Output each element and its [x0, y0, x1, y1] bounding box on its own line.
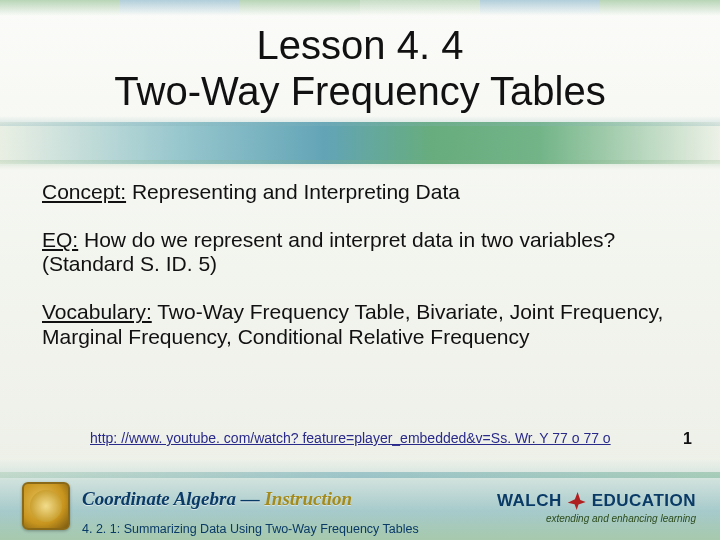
brand-accent: Instruction: [264, 488, 352, 509]
concept-line: Concept: Representing and Interpreting D…: [42, 180, 678, 204]
concept-label: Concept:: [42, 180, 126, 203]
slide-content: Concept: Representing and Interpreting D…: [42, 180, 678, 373]
walch-block: WALCH EDUCATION extending and enhancing …: [497, 491, 696, 524]
top-decoration: [0, 0, 720, 16]
vocab-label: Vocabulary:: [42, 300, 152, 323]
brand-main: Coordinate Algebra: [82, 488, 236, 509]
concept-text: Representing and Interpreting Data: [126, 180, 460, 203]
walch-edu: EDUCATION: [592, 491, 696, 511]
walch-tagline: extending and enhancing learning: [497, 513, 696, 524]
page-number: 1: [683, 430, 692, 448]
walch-logo: WALCH EDUCATION: [497, 491, 696, 511]
slide-title: Lesson 4. 4 Two-Way Frequency Tables: [0, 22, 720, 114]
slide: Lesson 4. 4 Two-Way Frequency Tables Con…: [0, 0, 720, 540]
brand-subtitle: 4. 2. 1: Summarizing Data Using Two-Way …: [82, 522, 442, 536]
brand-dash: —: [236, 488, 265, 509]
georgia-badge-icon: [22, 482, 70, 530]
eq-line: EQ: How do we represent and interpret da…: [42, 228, 678, 276]
vocab-line: Vocabulary: Two-Way Frequency Table, Biv…: [42, 300, 678, 348]
youtube-link[interactable]: http: //www. youtube. com/watch? feature…: [90, 430, 611, 446]
walch-name: WALCH: [497, 491, 562, 511]
eq-label: EQ:: [42, 228, 78, 251]
title-line-2: Two-Way Frequency Tables: [114, 69, 605, 113]
walch-star-icon: [568, 492, 586, 510]
title-line-1: Lesson 4. 4: [257, 23, 464, 67]
title-band: [0, 122, 720, 164]
eq-text: How do we represent and interpret data i…: [42, 228, 615, 275]
brand-title: Coordinate Algebra — Instruction: [82, 488, 352, 510]
